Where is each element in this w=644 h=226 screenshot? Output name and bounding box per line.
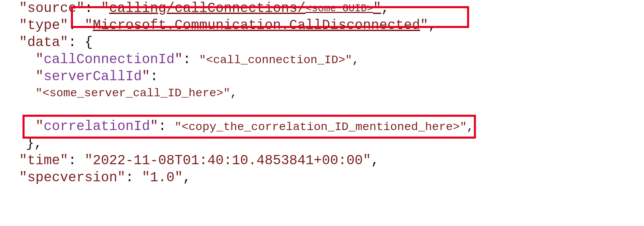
code-line-specversion: "specversion": "1.0", — [0, 169, 644, 186]
code-line-data-close: }, — [0, 135, 644, 152]
json-key-correlationid: correlationId — [44, 119, 150, 134]
code-line-time: "time": "2022-11-08T01:40:10.4853841+00:… — [0, 152, 644, 169]
code-line-servercallid-val: "<some_server_call_ID_here>", — [0, 85, 644, 101]
json-val-source-placeholder: <some_GUID> — [305, 3, 373, 14]
json-val-specversion: 1.0 — [150, 170, 175, 185]
json-key-data: data — [27, 35, 60, 50]
json-key-source: source — [27, 1, 76, 16]
json-key-time: time — [27, 153, 60, 168]
json-key-callconnectionid: callConnectionId — [44, 52, 175, 67]
json-val-time: 2022-11-08T01:40:10.4853841+00:00 — [93, 153, 363, 168]
code-line-source: "source": "calling/callConnections/<some… — [0, 0, 644, 17]
json-key-servercallid: serverCallId — [44, 69, 142, 84]
json-val-correlationid: <copy_the_correlation_ID_mentioned_here> — [182, 121, 460, 133]
json-val-servercallid: <some_server_call_ID_here> — [42, 87, 223, 100]
json-code-block: "source": "calling/callConnections/<some… — [0, 0, 644, 186]
code-line-data-open: "data": { — [0, 34, 644, 51]
code-line-correlationid: "correlationId": "<copy_the_correlation_… — [0, 118, 644, 135]
code-line-servercallid-key: "serverCallId": — [0, 68, 644, 85]
json-val-source-prefix: calling/callConnections/ — [109, 1, 305, 16]
json-key-specversion: specversion — [27, 170, 117, 185]
code-line-blank — [0, 101, 644, 118]
code-line-callconnectionid: "callConnectionId": "<call_connection_ID… — [0, 51, 644, 68]
json-val-callconnectionid: <call_connection_ID> — [206, 54, 345, 67]
json-val-type: Microsoft.Communication.CallDisconnected — [93, 18, 420, 33]
code-line-type: "type": "Microsoft.Communication.CallDis… — [0, 17, 644, 34]
json-key-type: type — [27, 18, 60, 33]
